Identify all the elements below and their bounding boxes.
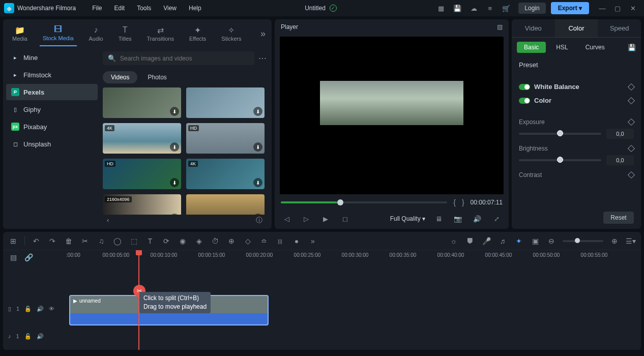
stock-thumb[interactable]: ⬇: [186, 87, 265, 118]
menu-edit[interactable]: Edit: [108, 5, 131, 12]
wb-toggle[interactable]: [519, 84, 530, 90]
search-input[interactable]: [120, 55, 249, 62]
save-preset-icon[interactable]: 💾: [628, 44, 636, 51]
menu-view[interactable]: View: [157, 5, 183, 12]
download-icon[interactable]: ⬇: [253, 142, 262, 152]
more-options-icon[interactable]: ⋯: [258, 53, 267, 63]
tab-audio[interactable]: ♪Audio: [86, 24, 106, 46]
layout-icon[interactable]: ▦: [434, 1, 448, 15]
menu-help[interactable]: Help: [183, 5, 208, 12]
mute-icon[interactable]: 🔊: [37, 333, 44, 340]
subtab-basic[interactable]: Basic: [517, 42, 546, 53]
download-icon[interactable]: ⬇: [253, 107, 262, 116]
download-icon[interactable]: ⬇: [170, 214, 179, 215]
subtab-videos[interactable]: Videos: [103, 71, 137, 83]
keyframe-panel-icon[interactable]: ◈: [194, 236, 204, 246]
stock-thumb[interactable]: 2160x4096⬇: [103, 194, 181, 215]
slider-thumb[interactable]: [557, 130, 563, 136]
next-frame-icon[interactable]: ▷: [300, 213, 312, 225]
sidebar-item-unsplash[interactable]: ◻Unsplash: [6, 136, 98, 152]
mask-icon[interactable]: ◯: [112, 236, 123, 246]
prev-frame-icon[interactable]: ◁: [281, 213, 293, 225]
cut-icon[interactable]: ✂: [80, 236, 90, 246]
brightness-slider[interactable]: [519, 159, 601, 161]
tab-media[interactable]: 📁Media: [9, 24, 31, 46]
mixer-icon[interactable]: ⫼: [275, 236, 285, 246]
stock-thumb[interactable]: 4K⬇: [186, 159, 265, 189]
collapse-sidebar-icon[interactable]: ‹: [107, 216, 109, 224]
zoom-out-icon[interactable]: ⊖: [546, 236, 557, 246]
scrub-thumb[interactable]: [337, 199, 343, 205]
zoom-thumb[interactable]: [575, 238, 580, 243]
sidebar-item-pexels[interactable]: PPexels: [6, 84, 98, 100]
info-icon[interactable]: ⓘ: [256, 216, 262, 225]
duration-icon[interactable]: ⏱: [210, 236, 220, 246]
mark-in-icon[interactable]: {: [453, 198, 456, 206]
fullscreen-icon[interactable]: ⤢: [490, 213, 503, 225]
volume-icon[interactable]: 🔊: [471, 213, 483, 225]
zoom-in-icon[interactable]: ⊕: [609, 236, 620, 246]
adjust-icon[interactable]: ≏: [259, 236, 269, 246]
audio-icon[interactable]: ♬: [497, 236, 508, 246]
tab-stickers[interactable]: ✧Stickers: [218, 24, 244, 46]
lock-icon[interactable]: 🔓: [24, 306, 32, 312]
render-icon[interactable]: ☼: [449, 236, 459, 246]
link-icon[interactable]: 🔗: [23, 252, 34, 262]
stop-icon[interactable]: ◻: [339, 213, 351, 225]
quality-dropdown[interactable]: Full Quality ▾: [390, 215, 425, 222]
slider-thumb[interactable]: [557, 157, 563, 163]
search-box[interactable]: 🔍: [103, 51, 254, 65]
exposure-value[interactable]: 0,0: [606, 129, 634, 139]
download-icon[interactable]: ⬇: [253, 178, 262, 187]
snap-icon[interactable]: ✦: [514, 236, 524, 246]
mark-out-icon[interactable]: }: [462, 198, 464, 206]
text-icon[interactable]: T: [145, 236, 155, 246]
expand-icon[interactable]: ⊕: [226, 236, 237, 246]
tab-transitions[interactable]: ⇄Transitions: [144, 24, 177, 46]
timeline-ruler[interactable]: :00:00 00:00:05:00 00:00:10:00 00:00:15:…: [68, 250, 641, 264]
stock-thumb[interactable]: HD⬇: [186, 123, 265, 154]
grid-icon[interactable]: ⊞: [8, 236, 18, 246]
list-icon[interactable]: ≡: [483, 1, 497, 15]
download-icon[interactable]: ⬇: [170, 142, 179, 152]
download-icon[interactable]: ⬇: [170, 107, 179, 116]
keyframe-icon[interactable]: [628, 97, 635, 104]
minimize-icon[interactable]: —: [595, 1, 609, 15]
subtab-hsl[interactable]: HSL: [549, 42, 575, 53]
insp-tab-color[interactable]: Color: [555, 19, 598, 37]
sidebar-item-giphy[interactable]: ▯Giphy: [6, 101, 98, 117]
save-icon[interactable]: 💾: [450, 1, 464, 15]
download-icon[interactable]: ⬇: [253, 214, 262, 215]
display-icon[interactable]: 🖥: [432, 213, 445, 225]
zoom-slider[interactable]: [563, 240, 603, 242]
menu-tools[interactable]: Tools: [131, 5, 157, 12]
stock-thumb[interactable]: ⬇: [186, 194, 265, 215]
color-toggle[interactable]: [519, 98, 530, 104]
maximize-icon[interactable]: ▢: [610, 1, 625, 15]
auto-icon[interactable]: ▣: [530, 236, 540, 246]
keyframe-icon[interactable]: [628, 83, 635, 90]
tab-stock-media[interactable]: 🎞Stock Media: [40, 23, 77, 46]
stock-thumb[interactable]: HD⬇: [103, 159, 181, 189]
insp-tab-speed[interactable]: Speed: [598, 19, 641, 37]
keyframe-icon[interactable]: [628, 145, 635, 152]
scrub-track[interactable]: [281, 201, 447, 203]
player-canvas[interactable]: [280, 37, 504, 194]
cart-icon[interactable]: 🛒: [499, 1, 513, 15]
delete-icon[interactable]: 🗑: [64, 236, 74, 246]
lock-icon[interactable]: 🔓: [24, 333, 32, 340]
login-button[interactable]: Login: [518, 3, 545, 14]
reset-button[interactable]: Reset: [603, 212, 634, 224]
brightness-value[interactable]: 0,0: [606, 155, 634, 165]
sidebar-item-filmstock[interactable]: ▸Filmstock: [6, 67, 98, 83]
sidebar-item-pixabay[interactable]: pxPixabay: [6, 118, 98, 135]
shield-icon[interactable]: ⛊: [465, 236, 475, 246]
track-manager-icon[interactable]: ▤: [8, 252, 18, 262]
color-icon[interactable]: ◉: [178, 236, 188, 246]
voiceover-icon[interactable]: 🎤: [481, 236, 491, 246]
export-button[interactable]: Export ▾: [551, 2, 589, 14]
subtab-curves[interactable]: Curves: [578, 42, 612, 53]
compare-icon[interactable]: ▧: [497, 23, 503, 31]
record-icon[interactable]: ●: [291, 236, 302, 246]
tabs-more-icon[interactable]: »: [260, 28, 266, 39]
